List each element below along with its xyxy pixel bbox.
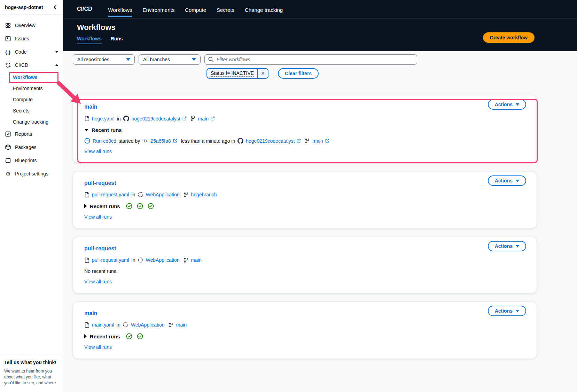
branch-link[interactable]: main bbox=[191, 257, 202, 263]
success-check-icon[interactable] bbox=[148, 203, 154, 209]
sidebar-item-secrets[interactable]: Secrets bbox=[0, 105, 63, 116]
external-link-icon[interactable] bbox=[296, 139, 301, 143]
topnav-item-secrets[interactable]: Secrets bbox=[217, 2, 234, 17]
topnav-section-cicd[interactable]: CI/CD bbox=[77, 6, 92, 12]
chevron-down-icon bbox=[516, 103, 519, 106]
external-link-icon[interactable] bbox=[210, 116, 215, 121]
branches-dropdown-value: All branches bbox=[143, 57, 170, 62]
close-icon[interactable]: ✕ bbox=[257, 69, 268, 78]
branch-link[interactable]: hogebranch bbox=[191, 192, 217, 197]
workflow-file-link[interactable]: pull-request.yaml bbox=[92, 192, 129, 197]
workflow-file-link[interactable]: hoge.yaml bbox=[92, 116, 115, 121]
started-by-text: started by bbox=[119, 138, 140, 144]
sidebar-item-label: Secrets bbox=[13, 108, 29, 113]
packages-box-icon bbox=[5, 144, 11, 150]
workflow-title-link[interactable]: pull-request bbox=[84, 180, 116, 186]
workflow-meta-row: main.yaml in WebApplication main bbox=[84, 322, 525, 328]
actions-button[interactable]: Actions bbox=[488, 175, 526, 186]
topnav-item-compute[interactable]: Compute bbox=[185, 2, 206, 17]
create-workflow-button[interactable]: Create workflow bbox=[483, 32, 535, 43]
repositories-dropdown[interactable]: All repositories bbox=[73, 54, 135, 65]
sidebar-item-project-settings[interactable]: ⚙ Project settings bbox=[0, 167, 63, 180]
topnav-item-environments[interactable]: Environments bbox=[142, 2, 174, 17]
sidebar-item-overview[interactable]: Overview bbox=[0, 19, 63, 32]
sidebar-item-packages[interactable]: Packages bbox=[0, 141, 63, 154]
success-check-icon[interactable] bbox=[137, 333, 143, 339]
branch-link[interactable]: main bbox=[312, 138, 323, 144]
topnav-item-change-tracking[interactable]: Change tracking bbox=[245, 2, 283, 17]
sidebar-item-cicd[interactable]: CI/CD bbox=[0, 58, 63, 72]
sidebar-header: hoge-asp-dotnet bbox=[0, 0, 63, 15]
branch-link[interactable]: main bbox=[176, 322, 187, 328]
sidebar-item-label: Blueprints bbox=[15, 158, 37, 163]
actions-button[interactable]: Actions bbox=[488, 99, 526, 110]
sidebar-item-environments[interactable]: Environments bbox=[0, 83, 63, 94]
success-check-icon[interactable] bbox=[126, 203, 132, 209]
repo-link[interactable]: hoge0219codecatalyst bbox=[246, 138, 295, 144]
view-all-runs-link[interactable]: View all runs bbox=[84, 149, 112, 154]
search-input[interactable] bbox=[204, 54, 417, 65]
project-sidebar: hoge-asp-dotnet Overview Issues { } Code… bbox=[0, 0, 63, 392]
in-text: in bbox=[117, 322, 120, 328]
view-all-runs-link[interactable]: View all runs bbox=[84, 214, 112, 220]
actions-label: Actions bbox=[495, 178, 513, 183]
in-text: in bbox=[117, 116, 121, 121]
tab-runs[interactable]: Runs bbox=[111, 36, 123, 44]
actions-button[interactable]: Actions bbox=[488, 306, 526, 316]
sidebar-item-change-tracking[interactable]: Change tracking bbox=[0, 116, 63, 127]
repo-link[interactable]: WebApplication bbox=[146, 192, 180, 197]
file-icon bbox=[84, 116, 89, 121]
tab-workflows[interactable]: Workflows bbox=[77, 36, 102, 44]
topnav-item-workflows[interactable]: Workflows bbox=[108, 2, 132, 17]
repo-link[interactable]: WebApplication bbox=[131, 322, 165, 328]
workflow-title-link[interactable]: pull-request bbox=[84, 245, 116, 252]
workflow-file-link[interactable]: pull-request.yaml bbox=[92, 257, 129, 263]
success-check-icon[interactable] bbox=[137, 203, 143, 209]
external-link-icon[interactable] bbox=[173, 139, 177, 143]
recent-runs-row: Recent runs bbox=[84, 203, 525, 209]
sidebar-item-reports[interactable]: Reports bbox=[0, 127, 63, 141]
external-link-icon[interactable] bbox=[325, 139, 329, 143]
recent-runs-label: Recent runs bbox=[90, 334, 120, 339]
workflow-file-link[interactable]: main.yaml bbox=[92, 322, 114, 328]
sidebar-item-compute[interactable]: Compute bbox=[0, 94, 63, 105]
workflow-title-link[interactable]: main bbox=[84, 104, 97, 110]
run-link[interactable]: Run-cd0cd bbox=[93, 138, 116, 144]
expand-collapse-icon[interactable] bbox=[84, 204, 87, 208]
workflow-card-main-webapp: main Actions main.yaml in WebApplication… bbox=[73, 301, 537, 359]
sidebar-item-issues[interactable]: Issues bbox=[0, 32, 63, 45]
commit-link[interactable]: 25a65fa8 bbox=[150, 138, 171, 144]
status-filter-token: Status != INACTIVE ✕ bbox=[206, 68, 268, 79]
sidebar-collapse-icon[interactable] bbox=[52, 5, 58, 10]
chevron-down-icon bbox=[516, 245, 519, 248]
sidebar-item-code[interactable]: { } Code bbox=[0, 45, 63, 58]
workflow-title-link[interactable]: main bbox=[84, 310, 97, 316]
success-check-icon[interactable] bbox=[126, 333, 132, 339]
view-all-runs-link[interactable]: View all runs bbox=[84, 344, 112, 350]
chevron-down-icon bbox=[192, 58, 196, 61]
expand-collapse-icon[interactable] bbox=[84, 334, 87, 338]
clear-filters-button[interactable]: Clear filters bbox=[278, 68, 319, 79]
sidebar-item-label: Compute bbox=[13, 97, 33, 102]
actions-label: Actions bbox=[495, 308, 513, 314]
expand-collapse-icon[interactable] bbox=[84, 129, 88, 131]
view-all-runs-link[interactable]: View all runs bbox=[84, 279, 112, 284]
sidebar-item-label: Workflows bbox=[13, 75, 38, 80]
branches-dropdown[interactable]: All branches bbox=[139, 54, 201, 65]
token-label: Status != INACTIVE bbox=[207, 69, 257, 78]
github-icon bbox=[237, 138, 243, 144]
run-status-list bbox=[126, 203, 154, 209]
external-link-icon[interactable] bbox=[182, 116, 187, 121]
actions-button[interactable]: Actions bbox=[488, 241, 526, 251]
chevron-up-icon[interactable] bbox=[55, 64, 59, 66]
sidebar-item-label: Packages bbox=[15, 144, 36, 150]
chevron-down-icon bbox=[516, 180, 519, 182]
sidebar-item-workflows[interactable]: Workflows bbox=[0, 72, 63, 83]
repo-link[interactable]: WebApplication bbox=[146, 257, 180, 263]
reports-icon bbox=[5, 131, 11, 137]
sidebar-item-blueprints[interactable]: Blueprints bbox=[0, 154, 63, 167]
chevron-down-icon[interactable] bbox=[55, 51, 59, 53]
repo-link[interactable]: hoge0219codecatalyst bbox=[132, 116, 180, 121]
branch-link[interactable]: main bbox=[198, 116, 209, 121]
overview-grid-icon bbox=[5, 22, 11, 29]
